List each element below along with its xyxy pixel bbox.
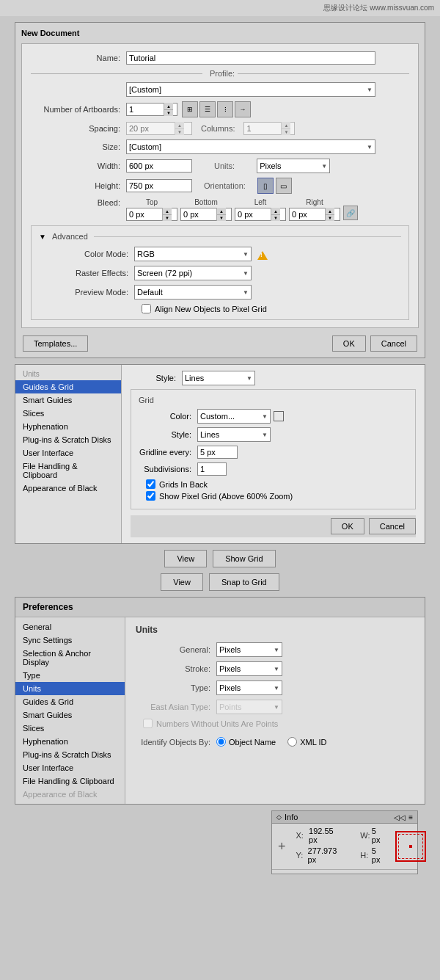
general-units-select[interactable]: Pixels xyxy=(216,642,282,657)
color-mode-select[interactable]: RGB xyxy=(134,247,252,261)
sidebar-item-units[interactable]: Units xyxy=(15,368,121,380)
prefs-full-sidebar: General Sync Settings Selection & Anchor… xyxy=(15,617,125,804)
sidebar-general[interactable]: General xyxy=(15,620,125,634)
grid-color-select[interactable]: Custom... xyxy=(197,409,271,424)
sidebar-selection[interactable]: Selection & Anchor Display xyxy=(15,647,125,669)
sidebar-item-ui[interactable]: User Interface xyxy=(15,446,121,460)
crosshair-icon: + xyxy=(278,840,286,853)
bleed-top-input[interactable] xyxy=(127,210,162,219)
sidebar-smart-guides[interactable]: Smart Guides xyxy=(15,708,125,722)
bleed-right-up[interactable]: ▲ xyxy=(326,208,334,214)
sidebar-item-slices[interactable]: Slices xyxy=(15,407,121,420)
cancel-button[interactable]: Cancel xyxy=(370,335,417,352)
info-menu-icon[interactable]: ≡ xyxy=(408,813,413,821)
snap-to-grid-button[interactable]: Snap to Grid xyxy=(209,573,279,591)
bleed-link-btn[interactable]: 🔗 xyxy=(343,206,358,220)
bleed-bottom-down[interactable]: ▼ xyxy=(217,214,226,221)
w-row: W: 5 px xyxy=(360,827,384,844)
type-units-select[interactable]: Pixels xyxy=(216,680,282,695)
sidebar-item-smart-guides[interactable]: Smart Guides xyxy=(15,393,121,407)
subdivisions-input[interactable] xyxy=(197,462,227,476)
dialog-buttons: Templates... OK Cancel xyxy=(21,335,419,352)
col-icon-btn[interactable]: ⫶ xyxy=(217,101,233,117)
sidebar-type[interactable]: Type xyxy=(15,669,125,682)
spacing-up-btn[interactable]: ▲ xyxy=(175,122,184,128)
artboards-up-btn[interactable]: ▲ xyxy=(164,103,173,109)
sidebar-slices[interactable]: Slices xyxy=(15,722,125,735)
h-value: 5 px xyxy=(372,846,384,864)
name-input[interactable] xyxy=(126,51,375,65)
bleed-bottom-label: Bottom xyxy=(180,198,232,206)
info-expand-icon[interactable]: ◁◁ xyxy=(394,813,406,821)
sidebar-guides-grid[interactable]: Guides & Grid xyxy=(15,695,125,708)
row-icon-btn[interactable]: ☰ xyxy=(199,101,216,117)
advanced-arrow[interactable]: ▼ xyxy=(39,233,46,241)
grid-style-select[interactable]: Lines xyxy=(197,427,271,442)
height-input[interactable] xyxy=(126,179,192,192)
artboards-down-btn[interactable]: ▼ xyxy=(164,109,173,116)
info-panel-body: + X: 192.55 px Y: 277.973 px W: xyxy=(272,824,417,869)
east-asian-select: Points xyxy=(216,700,282,714)
grid-icon-btn[interactable]: ⊞ xyxy=(182,101,198,117)
width-input[interactable] xyxy=(126,159,192,173)
profile-select[interactable]: [Custom] xyxy=(126,82,375,97)
sidebar-item-hyphenation[interactable]: Hyphenation xyxy=(15,420,121,433)
sidebar-units[interactable]: Units xyxy=(15,682,125,695)
advanced-label: Advanced xyxy=(49,232,91,241)
portrait-btn[interactable]: ▯ xyxy=(257,178,274,194)
bleed-right-input[interactable] xyxy=(290,210,325,219)
object-name-radio[interactable] xyxy=(216,737,226,747)
bleed-left-input[interactable] xyxy=(235,210,271,219)
arrow-right-btn[interactable]: → xyxy=(235,101,251,117)
sidebar-hyphenation[interactable]: Hyphenation xyxy=(15,735,125,748)
bleed-label: Bleed: xyxy=(31,198,126,221)
columns-down-btn[interactable]: ▼ xyxy=(282,128,290,135)
width-label: Width: xyxy=(31,161,126,170)
sidebar-plugins[interactable]: Plug-ins & Scratch Disks xyxy=(15,748,125,761)
general-units-row: General: Pixels xyxy=(136,642,414,657)
show-pixel-grid-checkbox[interactable] xyxy=(146,491,155,501)
bleed-top-up[interactable]: ▲ xyxy=(163,208,172,214)
stroke-units-select[interactable]: Pixels xyxy=(216,661,282,676)
spacing-label: Spacing: xyxy=(31,124,126,133)
grid-color-swatch[interactable] xyxy=(274,411,284,421)
h-label: H: xyxy=(360,851,372,860)
templates-button[interactable]: Templates... xyxy=(23,335,88,352)
ok-button[interactable]: OK xyxy=(332,335,366,352)
sidebar-item-file-handling[interactable]: File Handling & Clipboard xyxy=(15,460,121,482)
show-grid-button[interactable]: Show Grid xyxy=(213,550,275,567)
sidebar-item-plugins[interactable]: Plug-ins & Scratch Disks xyxy=(15,433,121,446)
units-select[interactable]: Pixels xyxy=(257,159,330,173)
sidebar-file-handling[interactable]: File Handling & Clipboard xyxy=(15,774,125,788)
sidebar-item-appearance[interactable]: Appearance of Black xyxy=(15,482,121,495)
columns-input[interactable] xyxy=(244,124,281,133)
spacing-down-btn[interactable]: ▼ xyxy=(175,128,184,135)
view-button-1[interactable]: View xyxy=(164,550,207,567)
bleed-top-down[interactable]: ▼ xyxy=(163,214,172,221)
size-select[interactable]: [Custom] xyxy=(126,139,375,154)
grid-cancel-button[interactable]: Cancel xyxy=(369,518,416,534)
grids-in-back-checkbox[interactable] xyxy=(146,479,155,489)
grid-ok-button[interactable]: OK xyxy=(331,518,364,534)
sidebar-ui[interactable]: User Interface xyxy=(15,761,125,774)
spacing-input[interactable] xyxy=(127,124,175,133)
sidebar-item-guides-grid[interactable]: Guides & Grid xyxy=(15,380,121,393)
sidebar-sync[interactable]: Sync Settings xyxy=(15,634,125,647)
guide-style-select[interactable]: Lines xyxy=(182,371,255,385)
preview-mode-select[interactable]: Default xyxy=(134,285,252,300)
columns-input-group: ▲ ▼ xyxy=(243,122,295,135)
xml-id-radio[interactable] xyxy=(287,737,297,747)
landscape-btn[interactable]: ▭ xyxy=(276,178,292,194)
artboards-input[interactable] xyxy=(127,105,164,114)
gridline-input[interactable] xyxy=(197,446,238,459)
align-pixel-checkbox[interactable] xyxy=(142,304,151,313)
view-button-2[interactable]: View xyxy=(161,573,203,591)
bleed-bottom-up[interactable]: ▲ xyxy=(217,208,226,214)
gridline-row: Gridline every: xyxy=(139,446,408,459)
bleed-bottom-input[interactable] xyxy=(181,210,216,219)
bleed-left-up[interactable]: ▲ xyxy=(271,208,280,214)
raster-effects-select[interactable]: Screen (72 ppi) xyxy=(134,266,252,280)
bleed-left-down[interactable]: ▼ xyxy=(271,214,280,221)
columns-up-btn[interactable]: ▲ xyxy=(282,122,290,128)
bleed-right-down[interactable]: ▼ xyxy=(326,214,334,221)
